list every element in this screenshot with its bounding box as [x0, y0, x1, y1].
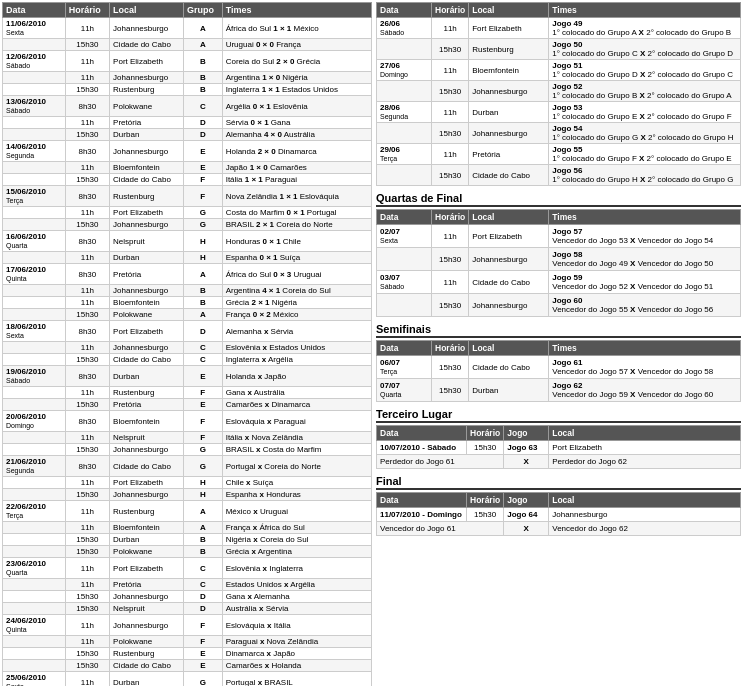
match-date: [3, 72, 66, 84]
tp-t2: Perdedor do Jogo 62: [549, 455, 741, 469]
terceiro-table: Data Horário Jogo Local 10/07/2010 - Sáb…: [376, 425, 741, 469]
match-venue: Johannesburgo: [110, 18, 184, 39]
match-time: 8h30: [65, 231, 109, 252]
quartas-header: Quartas de Final: [376, 192, 741, 207]
r16-date: [377, 123, 432, 144]
r16-time: 11h: [432, 18, 469, 39]
match-group: B: [183, 546, 222, 558]
match-date: 23/06/2010Quarta: [3, 558, 66, 579]
match-group: C: [183, 342, 222, 354]
qf-teams: Jogo 58 Vencedor do Jogo 49 X Vencedor d…: [549, 248, 741, 271]
tp-col-jogo: Jogo: [504, 426, 549, 441]
match-group: A: [183, 264, 222, 285]
match-teams: Eslovênia x Inglaterra: [222, 558, 371, 579]
match-venue: Cidade do Cabo: [110, 354, 184, 366]
match-date: [3, 477, 66, 489]
f-venue: Johannesburgo: [549, 508, 741, 522]
sf-teams: Jogo 61 Vencedor do Jogo 57 X Vencedor d…: [549, 356, 741, 379]
match-time: 11h: [65, 636, 109, 648]
match-time: 11h: [65, 162, 109, 174]
match-teams: Nova Zelândia 1 × 1 Eslováquia: [222, 186, 371, 207]
match-group: F: [183, 636, 222, 648]
r16-time: 15h30: [432, 123, 469, 144]
r16-date: [377, 165, 432, 186]
match-venue: Johannesburgo: [110, 141, 184, 162]
match-venue: Nelspruit: [110, 432, 184, 444]
r16-time: 15h30: [432, 81, 469, 102]
match-time: 15h30: [65, 309, 109, 321]
tp-date: 10/07/2010 - Sábado: [377, 441, 467, 455]
match-group: D: [183, 129, 222, 141]
semis-table: Data Horário Local Times 06/07Terça 15h3…: [376, 340, 741, 402]
match-date: [3, 252, 66, 264]
match-time: 11h: [65, 252, 109, 264]
match-group: D: [183, 321, 222, 342]
match-group: D: [183, 591, 222, 603]
sf-venue: Durban: [469, 379, 549, 402]
match-time: 11h: [65, 615, 109, 636]
match-group: E: [183, 162, 222, 174]
match-venue: Rustenburg: [110, 648, 184, 660]
f-time: 15h30: [467, 508, 504, 522]
tp-jogo: Jogo 63: [504, 441, 549, 455]
r16-teams: Jogo 54 1° colocado do Grupo G X 2° colo…: [549, 123, 741, 144]
match-teams: Espanha x Honduras: [222, 489, 371, 501]
match-date: [3, 117, 66, 129]
match-group: E: [183, 648, 222, 660]
match-teams: Coreia do Sul 2 × 0 Grécia: [222, 51, 371, 72]
match-group: E: [183, 141, 222, 162]
r16-time: 11h: [432, 60, 469, 81]
qf-date: 02/07Sexta: [377, 225, 432, 248]
match-date: 19/06/2010Sábado: [3, 366, 66, 387]
sf-col-horario: Horário: [432, 341, 469, 356]
match-venue: Port Elizabeth: [110, 207, 184, 219]
r16-col-times: Times: [549, 3, 741, 18]
qf-time: 15h30: [432, 294, 469, 317]
match-teams: Argentina 1 × 0 Nigéria: [222, 72, 371, 84]
match-time: 8h30: [65, 411, 109, 432]
match-teams: Costa do Marfim 0 × 1 Portugal: [222, 207, 371, 219]
match-venue: Polokwane: [110, 309, 184, 321]
match-time: 15h30: [65, 219, 109, 231]
r16-teams: Jogo 56 1° colocado do Grupo H X 2° colo…: [549, 165, 741, 186]
match-teams: Camarões x Holanda: [222, 660, 371, 672]
match-date: 25/06/2010Sexta: [3, 672, 66, 687]
match-venue: Nelspruit: [110, 231, 184, 252]
match-group: B: [183, 285, 222, 297]
match-teams: Inglaterra 1 × 1 Estados Unidos: [222, 84, 371, 96]
match-venue: Johannesburgo: [110, 219, 184, 231]
match-date: [3, 174, 66, 186]
match-teams: Eslováquia x Paraguai: [222, 411, 371, 432]
r16-date: [377, 39, 432, 60]
match-group: C: [183, 579, 222, 591]
match-date: 12/06/2010Sábado: [3, 51, 66, 72]
match-date: 21/06/2010Segunda: [3, 456, 66, 477]
match-group: F: [183, 432, 222, 444]
match-time: 11h: [65, 432, 109, 444]
match-venue: Pretória: [110, 399, 184, 411]
match-time: 15h30: [65, 39, 109, 51]
qf-venue: Johannesburgo: [469, 248, 549, 271]
r16-col-local: Local: [469, 3, 549, 18]
match-teams: Gana x Alemanha: [222, 591, 371, 603]
sf-col-local: Local: [469, 341, 549, 356]
f-col-horario: Horário: [467, 493, 504, 508]
match-time: 11h: [65, 117, 109, 129]
match-group: A: [183, 309, 222, 321]
match-time: 15h30: [65, 174, 109, 186]
match-time: 11h: [65, 672, 109, 687]
match-date: [3, 354, 66, 366]
match-venue: Port Elizabeth: [110, 51, 184, 72]
match-venue: Johannesburgo: [110, 285, 184, 297]
match-group: D: [183, 603, 222, 615]
r16-col-data: Data: [377, 3, 432, 18]
match-date: [3, 444, 66, 456]
match-teams: Camarões x Dinamarca: [222, 399, 371, 411]
sf-venue: Cidade do Cabo: [469, 356, 549, 379]
match-teams: BRASIL x Costa do Marfim: [222, 444, 371, 456]
match-time: 11h: [65, 522, 109, 534]
match-venue: Durban: [110, 672, 184, 687]
match-time: 11h: [65, 18, 109, 39]
final-table: Data Horário Jogo Local 11/07/2010 - Dom…: [376, 492, 741, 536]
quartas-table: Data Horário Local Times 02/07Sexta 11h …: [376, 209, 741, 317]
